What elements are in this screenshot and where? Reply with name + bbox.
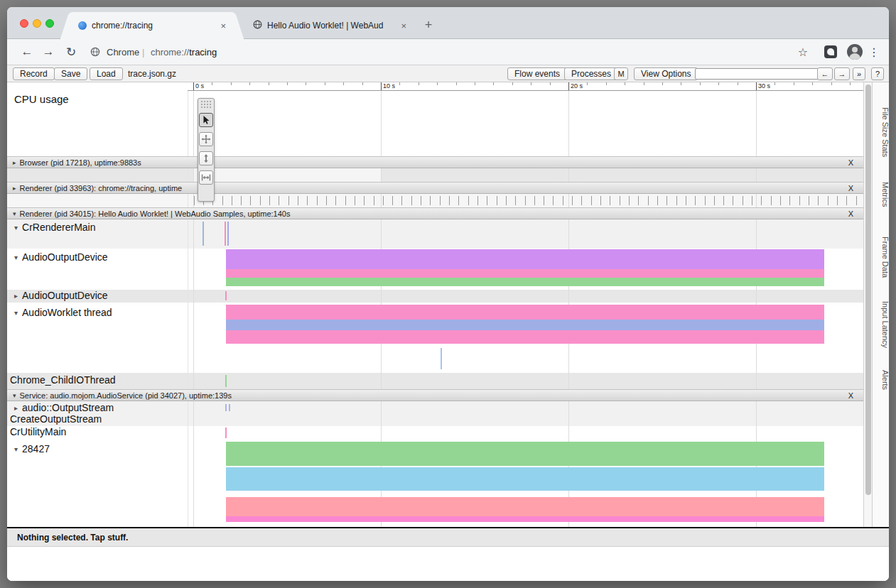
close-track-button[interactable]: X bbox=[848, 158, 853, 167]
expand-arrow-icon[interactable]: ▾ bbox=[14, 445, 18, 453]
tab-tracing[interactable]: chrome://tracing × bbox=[71, 12, 233, 39]
expand-arrow-icon[interactable]: ▾ bbox=[14, 254, 18, 261]
flow-events-button[interactable]: Flow events bbox=[507, 67, 567, 80]
profile-avatar[interactable] bbox=[847, 44, 863, 60]
chrome-child-io-canvas[interactable] bbox=[188, 373, 863, 389]
tab-strip: chrome://tracing × Hello Audio Worklet! … bbox=[7, 7, 889, 39]
more-button[interactable]: » bbox=[853, 67, 865, 80]
zoom-horizontal-tool-button[interactable] bbox=[199, 170, 213, 185]
audio-worklet-track[interactable]: ▾ AudioWorklet thread bbox=[7, 303, 863, 373]
url-scheme: chrome:// bbox=[151, 47, 189, 58]
find-prev-button[interactable]: ← bbox=[817, 67, 833, 80]
collapse-arrow-icon[interactable]: ▸ bbox=[14, 292, 18, 300]
slice-bar-purple[interactable] bbox=[226, 249, 824, 269]
browser-track-canvas[interactable] bbox=[188, 168, 863, 182]
pid-28427-track[interactable]: ▾ 28427 bbox=[7, 439, 863, 527]
address-url[interactable]: chrome://tracing bbox=[151, 39, 217, 65]
vertical-scrollbar[interactable] bbox=[863, 82, 872, 527]
close-window-button[interactable] bbox=[20, 19, 28, 28]
audio-output-device-collapsed-canvas[interactable] bbox=[188, 290, 863, 303]
palette-grip[interactable] bbox=[200, 100, 212, 108]
slice-bar-lightblue[interactable] bbox=[226, 467, 824, 491]
close-track-button[interactable]: X bbox=[848, 391, 853, 400]
expand-arrow-icon[interactable]: ▾ bbox=[14, 309, 18, 317]
process-header-audio-service[interactable]: ▾ Service: audio.mojom.AudioService (pid… bbox=[7, 389, 863, 401]
reload-icon[interactable]: ↻ bbox=[63, 39, 80, 65]
find-next-button[interactable]: → bbox=[834, 67, 850, 80]
side-tab-metrics[interactable]: Metrics bbox=[873, 173, 889, 216]
process-header-renderer-audio[interactable]: ▾ Renderer (pid 34015): Hello Audio Work… bbox=[7, 207, 863, 219]
collapse-arrow-icon[interactable]: ▸ bbox=[13, 185, 16, 192]
metrics-button[interactable]: M bbox=[614, 67, 628, 80]
expand-arrow-icon[interactable]: ▾ bbox=[14, 224, 18, 232]
tracing-favicon-icon bbox=[78, 21, 87, 30]
cr-utility-main-track[interactable]: CrUtilityMain bbox=[7, 426, 863, 439]
page-info-icon[interactable] bbox=[88, 39, 102, 65]
slice-bar-periwinkle[interactable] bbox=[226, 320, 824, 330]
minimize-window-button[interactable] bbox=[33, 19, 41, 28]
tab-close-icon[interactable]: × bbox=[401, 21, 406, 31]
pan-tool-button[interactable] bbox=[199, 132, 213, 146]
zoom-vertical-tool-button[interactable] bbox=[199, 151, 213, 165]
save-button[interactable]: Save bbox=[54, 67, 87, 80]
chrome-child-io-track[interactable]: Chrome_ChildIOThread bbox=[7, 373, 863, 389]
back-icon[interactable]: ← bbox=[18, 39, 36, 65]
cr-utility-main-canvas[interactable] bbox=[188, 426, 863, 439]
side-tab-frame-data[interactable]: Frame Data bbox=[873, 230, 889, 284]
slice-bar-pink[interactable] bbox=[226, 330, 824, 344]
new-tab-button[interactable]: + bbox=[419, 16, 438, 34]
time-ruler[interactable]: 0 s10 s20 s30 s bbox=[188, 82, 863, 91]
slice-bar-green[interactable] bbox=[226, 278, 824, 286]
tab-close-icon[interactable]: × bbox=[220, 21, 226, 31]
collapse-arrow-icon[interactable]: ▸ bbox=[14, 404, 18, 412]
renderer-tracing-track[interactable] bbox=[7, 194, 863, 207]
slice-bar-hotpink[interactable] bbox=[226, 516, 824, 522]
view-options-button[interactable]: View Options bbox=[634, 67, 698, 80]
forward-icon[interactable]: → bbox=[40, 39, 57, 65]
expand-arrow-icon[interactable]: ▾ bbox=[13, 210, 16, 217]
tracing-toolbar: Record Save Load trace.json.gz Flow even… bbox=[7, 65, 889, 82]
output-stream-canvas[interactable] bbox=[188, 401, 863, 426]
process-header-label: Renderer (pid 34015): Hello Audio Workle… bbox=[20, 209, 291, 218]
audio-output-device-track-collapsed[interactable]: ▸ AudioOutputDevice bbox=[7, 290, 863, 303]
select-tool-button[interactable] bbox=[199, 113, 213, 127]
side-tab-alerts[interactable]: Alerts bbox=[873, 362, 889, 398]
slice-bar-salmon[interactable] bbox=[226, 497, 824, 516]
find-input[interactable] bbox=[695, 68, 819, 80]
slice-bar-pink[interactable] bbox=[226, 305, 824, 320]
processes-button[interactable]: Processes bbox=[564, 67, 618, 80]
process-header-browser[interactable]: ▸ Browser (pid 17218), uptime:9883s X bbox=[7, 156, 863, 168]
scrollbar-thumb[interactable] bbox=[865, 85, 871, 495]
globe-favicon-icon bbox=[253, 19, 262, 32]
load-button[interactable]: Load bbox=[90, 67, 123, 80]
expand-arrow-icon[interactable]: ▾ bbox=[13, 392, 16, 399]
close-track-button[interactable]: X bbox=[848, 209, 853, 218]
cr-renderer-main-canvas[interactable] bbox=[188, 219, 863, 249]
close-track-button[interactable]: X bbox=[848, 184, 853, 192]
output-stream-track[interactable]: ▸ audio::OutputStream CreateOutputStream bbox=[7, 401, 863, 426]
tab-audio-worklet[interactable]: Hello Audio Worklet! | WebAud × bbox=[247, 12, 412, 39]
cpu-usage-track[interactable]: CPU usage bbox=[7, 91, 863, 156]
analysis-status: Nothing selected. Tap stuff. bbox=[7, 528, 889, 547]
pid-28427-canvas[interactable] bbox=[188, 439, 863, 527]
navigation-bar: ← → ↻ Chrome | chrome://tracing ☆ ⋮ bbox=[7, 39, 889, 65]
collapse-arrow-icon[interactable]: ▸ bbox=[13, 159, 16, 166]
audio-worklet-canvas[interactable] bbox=[188, 303, 863, 373]
bookmark-star-icon[interactable]: ☆ bbox=[794, 39, 811, 65]
slice-bar-green[interactable] bbox=[226, 442, 824, 466]
extension-icon[interactable] bbox=[824, 45, 837, 58]
zoom-window-button[interactable] bbox=[45, 19, 54, 28]
side-tab-input-latency[interactable]: Input Latency bbox=[873, 294, 889, 355]
renderer-tracing-canvas[interactable] bbox=[188, 194, 863, 207]
audio-output-device-canvas[interactable] bbox=[188, 249, 863, 290]
side-tab-file-size-stats[interactable]: File Size Stats bbox=[873, 98, 889, 166]
process-header-renderer-tracing[interactable]: ▸ Renderer (pid 33963): chrome://tracing… bbox=[7, 182, 863, 194]
audio-output-device-track[interactable]: ▾ AudioOutputDevice bbox=[7, 249, 863, 290]
browser-track[interactable] bbox=[7, 168, 863, 182]
cr-renderer-main-track[interactable]: ▾ CrRendererMain bbox=[7, 219, 863, 249]
timeline-view[interactable]: CPU usage ▸ Browser (pid 17218), uptime:… bbox=[7, 82, 889, 527]
record-button[interactable]: Record bbox=[13, 67, 55, 80]
help-button[interactable]: ? bbox=[871, 67, 884, 80]
menu-dots-icon[interactable]: ⋮ bbox=[865, 39, 882, 65]
slice-bar-pink[interactable] bbox=[226, 269, 824, 278]
